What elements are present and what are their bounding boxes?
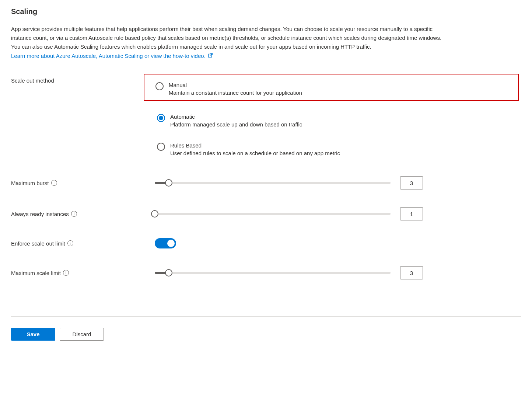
maximum-scale-limit-input[interactable] bbox=[400, 266, 423, 279]
info-icon[interactable]: i bbox=[67, 240, 73, 246]
radio-title-automatic: Automatic bbox=[170, 114, 302, 120]
radio-option-rules[interactable]: Rules Based User defined rules to scale … bbox=[155, 140, 521, 159]
save-button[interactable]: Save bbox=[11, 328, 55, 341]
slider-thumb[interactable] bbox=[165, 179, 172, 187]
always-ready-label: Always ready instances bbox=[11, 211, 69, 217]
radio-text-manual: Manual Maintain a constant instance coun… bbox=[169, 82, 302, 96]
external-link-icon bbox=[208, 53, 213, 59]
maximum-burst-input[interactable] bbox=[400, 176, 423, 189]
maximum-scale-limit-row: Maximum scale limit i bbox=[11, 266, 521, 279]
toggle-thumb bbox=[167, 240, 175, 247]
info-icon[interactable]: i bbox=[71, 211, 77, 217]
radio-option-automatic[interactable]: Automatic Platform managed scale up and … bbox=[155, 111, 521, 130]
scale-out-method-label: Scale out method bbox=[11, 77, 155, 84]
enforce-limit-toggle[interactable] bbox=[155, 238, 176, 248]
maximum-burst-row: Maximum burst i bbox=[11, 176, 521, 189]
scale-out-radio-group: Manual Maintain a constant instance coun… bbox=[155, 77, 521, 159]
discard-button[interactable]: Discard bbox=[60, 328, 104, 341]
info-icon[interactable]: i bbox=[63, 270, 69, 276]
radio-text-rules: Rules Based User defined rules to scale … bbox=[170, 142, 340, 156]
radio-desc-rules: User defined rules to scale on a schedul… bbox=[170, 150, 340, 156]
maximum-scale-limit-label: Maximum scale limit bbox=[11, 270, 61, 276]
slider-thumb[interactable] bbox=[165, 269, 172, 276]
enforce-limit-label: Enforce scale out limit bbox=[11, 240, 65, 247]
radio-circle-manual bbox=[155, 82, 164, 90]
scale-out-method-row: Scale out method Manual Maintain a const… bbox=[11, 70, 521, 159]
always-ready-input[interactable] bbox=[400, 207, 423, 220]
always-ready-slider[interactable] bbox=[155, 213, 391, 215]
radio-circle-rules bbox=[157, 143, 165, 151]
radio-desc-automatic: Platform managed scale up and down based… bbox=[170, 121, 302, 128]
slider-thumb[interactable] bbox=[151, 210, 158, 218]
footer-bar: Save Discard bbox=[11, 316, 521, 341]
radio-title-manual: Manual bbox=[169, 82, 302, 88]
page-title: Scaling bbox=[11, 7, 521, 16]
learn-more-link[interactable]: Learn more about Azure Autoscale, Automa… bbox=[11, 53, 213, 59]
radio-desc-manual: Maintain a constant instance count for y… bbox=[169, 90, 302, 96]
maximum-scale-limit-slider[interactable] bbox=[155, 272, 391, 274]
scaling-description: App service provides multiple features t… bbox=[11, 25, 442, 51]
radio-title-rules: Rules Based bbox=[170, 142, 340, 149]
radio-text-automatic: Automatic Platform managed scale up and … bbox=[170, 114, 302, 128]
radio-circle-automatic bbox=[157, 114, 165, 122]
always-ready-row: Always ready instances i bbox=[11, 207, 521, 220]
learn-more-text: Learn more about Azure Autoscale, Automa… bbox=[11, 53, 206, 59]
info-icon[interactable]: i bbox=[51, 180, 57, 186]
enforce-limit-row: Enforce scale out limit i bbox=[11, 238, 521, 248]
radio-option-manual[interactable]: Manual Maintain a constant instance coun… bbox=[144, 74, 519, 101]
maximum-burst-slider[interactable] bbox=[155, 182, 391, 184]
maximum-burst-label: Maximum burst bbox=[11, 180, 49, 186]
